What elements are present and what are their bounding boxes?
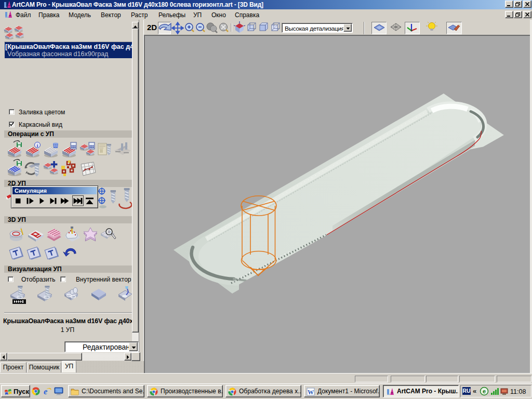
svg-text:W: W: [308, 389, 314, 396]
svg-text:e: e: [483, 388, 486, 394]
svg-text:e: e: [44, 387, 47, 396]
